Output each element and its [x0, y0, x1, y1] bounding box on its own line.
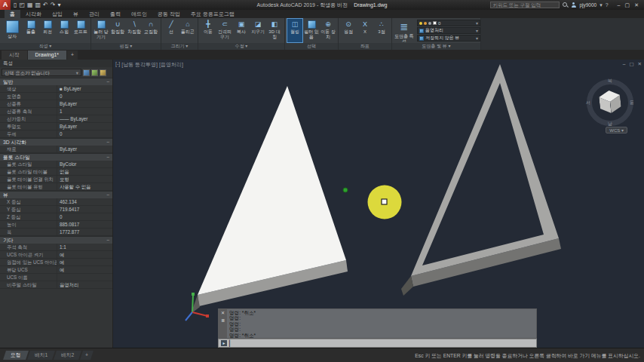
property-row[interactable]: 선종류 ByLayer — [0, 100, 112, 108]
property-row[interactable]: 높이 885.0817 — [0, 221, 112, 229]
file-tab[interactable]: 시작 — [2, 51, 27, 60]
property-row[interactable]: 주석 축척 1:1 — [0, 244, 112, 251]
app-logo-icon[interactable]: A — [0, 0, 11, 10]
ribbon-tool[interactable]: 로프트 — [73, 19, 88, 42]
file-tab[interactable]: Drawing1* — [28, 51, 66, 60]
signed-in-user[interactable]: pjy9000 — [579, 2, 596, 8]
customize-icon[interactable]: ≣ — [221, 318, 225, 323]
panel-label[interactable]: 그리기 ▾ — [161, 43, 198, 50]
viewport-close-icon[interactable]: ✕ — [638, 61, 642, 67]
layout-tab[interactable]: 배치1 — [27, 351, 55, 360]
ribbon-tab[interactable]: 시각화 — [20, 10, 47, 18]
wcs-menu-button[interactable]: WCS ▾ — [606, 127, 627, 133]
ribbon-tool[interactable]: ∖ 차집합 — [127, 19, 142, 42]
ribbon-tool[interactable]: 스윕 — [57, 19, 72, 42]
plot-icon[interactable]: ▥ — [35, 0, 41, 10]
ribbon-tab[interactable]: 삽입 — [47, 10, 68, 18]
property-row[interactable]: UCS 이름 — [0, 274, 112, 281]
panel-label[interactable]: 좌표 — [339, 43, 391, 50]
help-search-input[interactable] — [490, 2, 560, 8]
close-button[interactable]: ✕ — [634, 0, 639, 10]
property-row[interactable]: 폭 1772.877 — [0, 229, 112, 236]
ribbon-tool[interactable]: 돌출 — [23, 19, 38, 42]
collapse-icon[interactable]: − — [106, 155, 109, 160]
viewport-restore-icon[interactable]: ▢ — [629, 61, 633, 67]
viewport-menu-control[interactable]: [-] — [115, 61, 120, 69]
collapse-icon[interactable]: − — [106, 238, 109, 243]
file-tab[interactable]: + — [67, 51, 78, 60]
panel-label[interactable]: 도면층 및 뷰 ▾ — [392, 43, 480, 50]
user-dropdown-icon[interactable]: ▾ — [600, 2, 603, 8]
help-icon[interactable]: ? — [606, 2, 609, 8]
collapse-icon[interactable]: − — [106, 192, 109, 198]
ribbon-tool[interactable]: ⊙ 원점 — [341, 19, 356, 42]
section-header[interactable]: 3D 시각화 − — [0, 138, 112, 146]
property-row[interactable]: 선가중치 —— ByLayer — [0, 115, 112, 123]
viewcube-cube[interactable] — [599, 90, 622, 115]
visual-style-dropdown[interactable]: 음영처리 ▾ — [417, 27, 480, 34]
property-row[interactable]: X 중심 462.134 — [0, 198, 112, 206]
close-icon[interactable]: ✕ — [221, 311, 225, 315]
ribbon-tab[interactable]: 관리 — [84, 10, 105, 18]
property-row[interactable]: UCS 아이콘 켜기 예 — [0, 251, 112, 259]
ribbon-tab[interactable]: 뷰 — [68, 10, 84, 18]
property-row[interactable]: 색상 ■ ByLayer — [0, 85, 112, 93]
view-control[interactable]: [남동 등각투영] — [121, 61, 158, 69]
undo-icon[interactable]: ↶ — [43, 0, 48, 10]
compass-north-label[interactable]: 북 — [608, 78, 612, 84]
select-objects-icon[interactable] — [91, 69, 98, 76]
solid-triangle-object[interactable] — [191, 86, 348, 314]
section-header[interactable]: 일반 − — [0, 78, 112, 85]
property-row[interactable]: 뷰당 UCS 예 — [0, 266, 112, 274]
ribbon-tool[interactable]: ⌂ 폴리곤 — [180, 19, 195, 42]
property-row[interactable]: 원점에 있는 UCS 아이콘 예 — [0, 259, 112, 266]
visual-style-control[interactable]: [음영처리] — [159, 61, 183, 69]
section-header[interactable]: 뷰 − — [0, 191, 112, 198]
property-row[interactable]: 투명도 ByLayer — [0, 123, 112, 130]
ribbon-tool[interactable]: ⊂ 간격띄우기 — [217, 19, 232, 42]
ribbon-tab[interactable]: 출력 — [105, 10, 126, 18]
view-dropdown[interactable]: 저장되지 않은 뷰 ▾ — [417, 35, 480, 41]
drawing-viewport[interactable]: [-] [남동 등각투영] [음영처리] – ▢ ✕ 북 동 남 서 WCS ▾ — [113, 60, 644, 348]
viewport-minimize-icon[interactable]: – — [623, 61, 626, 67]
ribbon-tool[interactable]: 눌러 당기기 — [94, 19, 109, 42]
save-icon[interactable]: ▦ — [27, 0, 33, 10]
property-row[interactable]: 재료 ByLayer — [0, 146, 112, 153]
ribbon-tool[interactable]: ╱ 선 — [164, 19, 179, 42]
compass-east-label[interactable]: 동 — [630, 100, 634, 106]
new-file-icon[interactable]: ▯ — [14, 0, 17, 10]
ribbon-tool[interactable]: ◫ 컬링 — [287, 19, 302, 42]
layer-properties-button[interactable]: ≣ 도면층 특성 — [394, 19, 414, 42]
property-row[interactable]: 플롯 스타일 ByColor — [0, 161, 112, 168]
ribbon-tool[interactable]: 회전 — [40, 19, 55, 42]
ribbon-tool[interactable]: ◧ 3D 대칭 — [267, 19, 282, 42]
collapse-icon[interactable]: − — [106, 140, 109, 145]
property-row[interactable]: 도면층 0 — [0, 93, 112, 100]
compass-west-label[interactable]: 서 — [586, 100, 590, 106]
minimize-button[interactable]: – — [618, 0, 621, 10]
ribbon-tool[interactable]: ▣ 복사 — [234, 19, 249, 42]
property-row[interactable]: 선종류 축척 1 — [0, 108, 112, 115]
ribbon-tool[interactable]: ∴ 3점 — [374, 19, 389, 42]
ribbon-tool[interactable]: ∩ 교집합 — [143, 19, 158, 42]
qat-dropdown-icon[interactable]: ▾ — [58, 0, 61, 10]
property-row[interactable]: 비주얼 스타일 음영처리 — [0, 281, 112, 289]
ribbon-tool[interactable]: 상자 — [2, 19, 22, 42]
layout-tab[interactable]: + — [80, 351, 94, 360]
property-row[interactable]: Y 중심 719.6417 — [0, 206, 112, 213]
property-row[interactable]: Z 중심 0 — [0, 213, 112, 221]
property-row[interactable]: 두께 0 — [0, 130, 112, 138]
panel-label[interactable]: 수정 ▾ — [198, 43, 284, 50]
collapse-icon[interactable]: − — [106, 79, 109, 84]
section-header[interactable]: 플롯 스타일 − — [0, 153, 112, 161]
panel-label[interactable]: 선택 — [285, 43, 338, 50]
panel-label[interactable]: 편집 ▾ — [91, 43, 161, 50]
layout-tab[interactable]: 배치2 — [54, 351, 81, 360]
quick-select-icon[interactable] — [100, 69, 106, 76]
layout-tab[interactable]: 모형 — [3, 351, 28, 360]
frame-triangle-object[interactable] — [401, 64, 561, 296]
redo-icon[interactable]: ↷ — [51, 0, 56, 10]
open-file-icon[interactable]: ◰ — [19, 0, 25, 10]
viewcube[interactable]: 북 동 남 서 — [587, 79, 633, 126]
ribbon-tab[interactable]: 홈 — [5, 10, 20, 18]
